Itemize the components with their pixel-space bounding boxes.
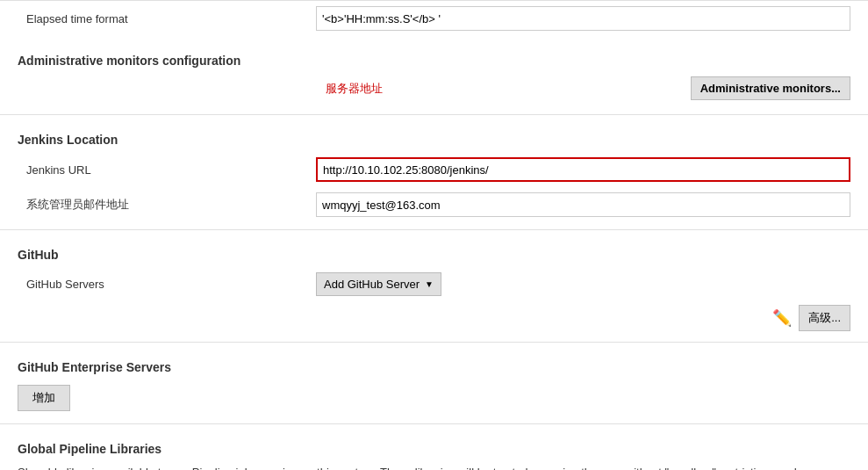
jenkins-url-input[interactable] bbox=[316, 157, 850, 182]
jenkins-location-header: Jenkins Location bbox=[18, 122, 850, 152]
admin-email-row: 系统管理员邮件地址 bbox=[18, 187, 850, 222]
dropdown-arrow-icon: ▼ bbox=[425, 279, 434, 289]
add-github-server-label: Add GitHub Server bbox=[324, 278, 420, 291]
jenkins-url-row: Jenkins URL bbox=[18, 152, 850, 187]
jenkins-url-label: Jenkins URL bbox=[18, 163, 316, 177]
pencil-icon: ✏️ bbox=[772, 309, 792, 327]
admin-monitors-header: Administrative monitors configuration bbox=[18, 43, 850, 73]
elapsed-time-row: Elapsed time format bbox=[0, 0, 868, 36]
github-enterprise-header: GitHub Enterprise Servers bbox=[18, 350, 850, 380]
jenkins-url-input-wrapper bbox=[316, 157, 850, 182]
add-btn-row: 增加 bbox=[18, 380, 850, 416]
admin-email-input[interactable] bbox=[316, 192, 850, 217]
advanced-button[interactable]: 高级... bbox=[799, 305, 850, 331]
elapsed-time-input[interactable] bbox=[316, 6, 850, 31]
elapsed-time-label: Elapsed time format bbox=[18, 12, 316, 25]
server-address-label: 服务器地址 bbox=[18, 81, 691, 97]
global-pipeline-section: Global Pipeline Libraries Sharable libra… bbox=[0, 424, 868, 470]
github-section-header: GitHub bbox=[18, 237, 850, 267]
admin-monitors-header-row: 服务器地址 Administrative monitors... bbox=[18, 73, 850, 107]
pencil-button[interactable]: ✏️ bbox=[771, 307, 793, 329]
github-actions-row: ✏️ 高级... bbox=[18, 301, 850, 335]
jenkins-location-section: Jenkins Location Jenkins URL 系统管理员邮件地址 bbox=[0, 115, 868, 230]
admin-email-label: 系统管理员邮件地址 bbox=[18, 197, 316, 213]
page-container: Elapsed time format Administrative monit… bbox=[0, 0, 868, 470]
admin-monitors-button[interactable]: Administrative monitors... bbox=[691, 76, 850, 100]
add-github-server-button[interactable]: Add GitHub Server ▼ bbox=[316, 272, 441, 296]
github-section: GitHub GitHub Servers Add GitHub Server … bbox=[0, 230, 868, 343]
github-servers-label: GitHub Servers bbox=[18, 278, 316, 291]
admin-monitors-section: Administrative monitors configuration 服务… bbox=[0, 36, 868, 115]
add-button[interactable]: 增加 bbox=[18, 385, 70, 411]
github-enterprise-section: GitHub Enterprise Servers 增加 bbox=[0, 343, 868, 424]
global-pipeline-header: Global Pipeline Libraries bbox=[18, 431, 850, 461]
global-pipeline-description: Sharable libraries available to any Pipe… bbox=[18, 461, 850, 470]
github-servers-row: GitHub Servers Add GitHub Server ▼ bbox=[18, 267, 850, 301]
